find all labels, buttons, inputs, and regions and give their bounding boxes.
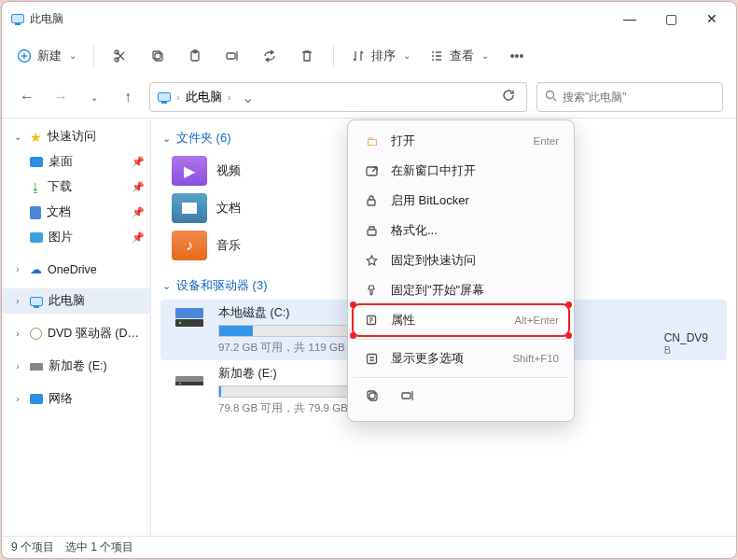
back-button[interactable]: ←	[15, 85, 39, 109]
sidebar-label: 图片	[49, 230, 73, 245]
more-button[interactable]: •••	[500, 41, 534, 71]
chevron-right-icon: ›	[11, 264, 24, 274]
plus-circle-icon	[17, 49, 32, 63]
toolbar: 新建 ⌄ 排序 ⌄ 查看 ⌄ •••	[2, 35, 736, 77]
download-icon: ⭳	[30, 181, 42, 194]
address-dropdown[interactable]: ⌄	[236, 89, 259, 106]
sidebar-item-downloads[interactable]: ⭳ 下载 📌	[2, 175, 150, 200]
copy-button[interactable]	[141, 41, 174, 71]
ctx-label: 固定到快速访问	[391, 252, 476, 269]
folder-label: 文档	[216, 200, 241, 217]
search-icon	[545, 89, 557, 105]
video-folder-icon: ▶	[172, 156, 207, 186]
ctx-open[interactable]: 🗀 打开 Enter	[354, 126, 568, 156]
ctx-open-new-window[interactable]: 在新窗口中打开	[354, 156, 568, 186]
chevron-down-icon: ⌄	[481, 50, 489, 61]
sidebar-label: 文档	[47, 204, 71, 220]
sidebar-item-dvd[interactable]: › DVD 驱动器 (D:) CC	[2, 321, 150, 346]
sidebar-label: 此电脑	[49, 293, 85, 309]
drive-icon	[172, 305, 207, 331]
maximize-button[interactable]: ▢	[650, 5, 691, 33]
sidebar-label: 下载	[48, 179, 72, 195]
view-button[interactable]: 查看 ⌄	[422, 44, 496, 68]
ctx-bitlocker[interactable]: 启用 BitLocker	[354, 186, 568, 216]
star-icon: ★	[30, 130, 42, 145]
chevron-right-icon: ›	[11, 394, 24, 404]
cut-button[interactable]	[104, 41, 137, 71]
search-input[interactable]	[563, 91, 715, 104]
drive-item-partial[interactable]: CN_DV9 B	[664, 331, 708, 356]
chevron-down-icon: ⌄	[162, 280, 171, 292]
breadcrumb-thispc[interactable]: 此电脑	[186, 90, 222, 105]
svg-rect-17	[368, 230, 376, 235]
svg-rect-10	[175, 308, 203, 318]
sidebar-item-pictures[interactable]: 图片 📌	[2, 225, 150, 250]
new-button[interactable]: 新建 ⌄	[9, 44, 84, 68]
status-item-count: 9 个项目	[11, 539, 54, 555]
chevron-down-icon: ⌄	[69, 50, 77, 61]
ctx-pin-quick-access[interactable]: 固定到快速访问	[354, 245, 568, 275]
documents-folder-icon	[172, 193, 207, 223]
pin-icon	[363, 282, 380, 299]
forward-button[interactable]: →	[49, 85, 73, 109]
group-label: 设备和驱动器 (3)	[176, 277, 268, 294]
close-button[interactable]: ✕	[691, 5, 732, 33]
pc-icon	[158, 92, 171, 102]
ctx-copy-button[interactable]	[359, 384, 385, 408]
chevron-down-icon: ⌄	[403, 50, 411, 61]
svg-rect-20	[369, 393, 377, 400]
status-bar: 9 个项目 选中 1 个项目	[2, 536, 736, 558]
new-window-icon	[363, 162, 380, 179]
paste-button[interactable]	[178, 41, 212, 71]
pin-icon: 📌	[132, 156, 145, 168]
sidebar-item-quick-access[interactable]: ⌄ ★ 快速访问	[2, 124, 150, 149]
ctx-pin-start[interactable]: 固定到"开始"屏幕	[354, 275, 568, 305]
ctx-shortcut: Shift+F10	[512, 353, 559, 364]
sidebar-item-network[interactable]: › 网络	[2, 386, 150, 412]
chevron-down-icon: ⌄	[162, 133, 171, 145]
delete-button[interactable]	[290, 41, 324, 71]
up-button[interactable]: ↑	[116, 85, 140, 109]
recent-chevron[interactable]: ⌄	[82, 85, 106, 109]
share-button[interactable]	[253, 41, 286, 71]
desktop-icon	[30, 157, 43, 167]
svg-rect-21	[368, 391, 375, 399]
svg-point-1	[115, 58, 118, 62]
sidebar-label: 快速访问	[48, 129, 96, 145]
ctx-label: 固定到"开始"屏幕	[391, 282, 484, 299]
ctx-show-more[interactable]: 显示更多选项 Shift+F10	[354, 343, 568, 373]
sidebar-item-documents[interactable]: 文档 📌	[2, 200, 150, 225]
svg-point-2	[115, 50, 118, 54]
sidebar-item-desktop[interactable]: 桌面 📌	[2, 149, 150, 175]
ctx-label: 属性	[391, 312, 415, 329]
refresh-button[interactable]	[494, 89, 522, 105]
minimize-button[interactable]: —	[609, 5, 650, 33]
search-box[interactable]	[536, 82, 723, 112]
sort-icon	[351, 49, 366, 63]
ctx-label: 显示更多选项	[391, 350, 464, 367]
sidebar-item-new-volume[interactable]: › 新加卷 (E:)	[2, 354, 150, 379]
ctx-properties[interactable]: 属性 Alt+Enter	[354, 305, 568, 335]
context-menu: 🗀 打开 Enter 在新窗口中打开 启用 BitLocker 格式化... 固…	[347, 119, 575, 422]
chevron-down-icon: ⌄	[11, 132, 24, 142]
ctx-format[interactable]: 格式化...	[354, 216, 568, 245]
sidebar-label: OneDrive	[48, 263, 97, 276]
ctx-rename-button[interactable]	[395, 384, 421, 408]
properties-icon	[363, 312, 380, 329]
view-icon	[429, 49, 444, 63]
sidebar-item-onedrive[interactable]: › ☁ OneDrive	[2, 258, 150, 281]
ctx-shortcut: Enter	[534, 135, 560, 147]
chevron-right-icon: ›	[228, 91, 231, 103]
sort-label: 排序	[371, 48, 396, 64]
chevron-right-icon: ›	[11, 296, 24, 306]
svg-point-11	[179, 322, 182, 325]
svg-rect-4	[153, 51, 160, 59]
group-label: 文件夹 (6)	[176, 130, 231, 147]
lock-icon	[363, 192, 380, 209]
sidebar-item-this-pc[interactable]: › 此电脑	[2, 288, 150, 314]
rename-button[interactable]	[216, 41, 249, 71]
address-bar[interactable]: › 此电脑 › ⌄	[149, 82, 527, 112]
sidebar-label: 桌面	[49, 154, 73, 170]
ctx-label: 在新窗口中打开	[391, 162, 476, 179]
sort-button[interactable]: 排序 ⌄	[343, 44, 418, 68]
